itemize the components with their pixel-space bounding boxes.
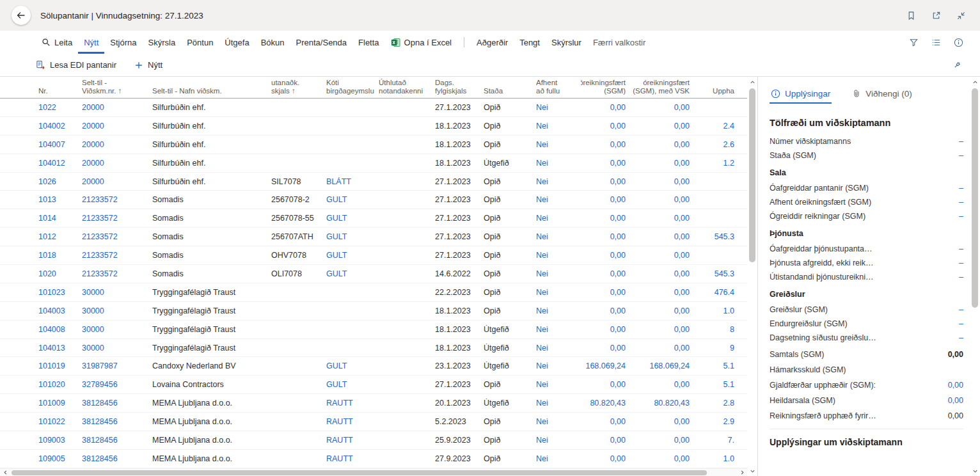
menu-item-tengt[interactable]: Tengt [514,31,546,54]
column-header-ext_doc[interactable]: utanaðk.skjals ↑ [271,77,326,98]
table-row[interactable]: 10400720000Silfurbúðin ehf.18.1.2023Opið… [0,136,747,154]
cell-unbilled_vat[interactable]: 0,00 [631,159,695,168]
cell-nr[interactable]: 1013 [38,195,82,204]
cell-nr[interactable]: 109005 [38,454,82,463]
cell-unbilled_vat[interactable]: 168.069,24 [631,361,695,370]
cell-nr[interactable]: 104008 [38,325,82,334]
factbox-field-value[interactable]: 0,00 [948,380,963,390]
cell-unbilled[interactable]: 0,00 [581,344,631,353]
cell-cust_no[interactable]: 21233572 [82,251,152,260]
table-row[interactable]: 10102238128456MEMA Ljubljana d.o.o.RAUTT… [0,413,747,431]
filter-button[interactable] [909,38,919,47]
cell-unbilled[interactable]: 0,00 [581,306,631,315]
column-header-cust_no[interactable]: Selt-til -Viðskm.nr. ↑ [82,77,152,98]
cell-nr[interactable]: 109003 [38,436,82,445]
cell-unbilled[interactable]: 0,00 [581,325,631,334]
open-in-new-window-button[interactable] [931,11,941,20]
factbox-scroll-up-icon[interactable] [972,77,978,87]
cell-unbilled_vat[interactable]: 0,00 [631,214,695,223]
cell-cust_no[interactable]: 32789456 [82,380,152,389]
cell-unbilled[interactable]: 0,00 [581,177,631,186]
factbox-field-value[interactable]: – [959,211,963,221]
cell-cust_no[interactable]: 31987987 [82,361,152,370]
cell-nr[interactable]: 1012 [38,232,82,241]
cell-amount[interactable]: 545.3 [695,269,739,278]
collapse-button[interactable] [956,11,966,20]
cell-unbilled[interactable]: 0,00 [581,195,631,204]
cell-unbilled[interactable]: 0,00 [581,251,631,260]
bookmark-button[interactable] [906,11,916,20]
cell-ship_complete[interactable]: Nei [536,214,581,223]
cell-koti[interactable]: BLÁTT [326,177,379,186]
menu-item-skýrsla[interactable]: Skýrsla [143,31,182,54]
cell-nr[interactable]: 104012 [38,159,82,168]
cell-cust_no[interactable]: 21233572 [82,269,152,278]
factbox-field-value[interactable]: – [959,272,963,282]
cell-ship_complete[interactable]: Nei [536,103,581,112]
cell-unbilled_vat[interactable]: 0,00 [631,122,695,131]
cell-unbilled[interactable]: 0,00 [581,103,631,112]
cell-amount[interactable]: 1.0 [695,454,739,463]
list-view-button[interactable] [931,38,941,47]
cell-nr[interactable]: 1014 [38,214,82,223]
cell-cust_no[interactable]: 20000 [82,103,152,112]
cell-koti[interactable]: GULT [326,361,379,370]
table-row[interactable]: 101421233572Somadis2567078-55GULT27.1.20… [0,209,747,228]
column-header-unbilled[interactable]: óreikningsfært(SGM) [581,77,631,98]
cell-unbilled_vat[interactable]: 0,00 [631,140,695,149]
cell-koti[interactable]: GULT [326,232,379,241]
table-row[interactable]: 10100938128456MEMA Ljubljana d.o.o.RAUTT… [0,394,747,413]
cell-ship_complete[interactable]: Nei [536,195,581,204]
grid-scroll-thumb[interactable] [749,88,755,262]
table-row[interactable]: 102620000Silfurbúðin ehf.SIL7078BLÁTT27.… [0,173,747,191]
column-header-unbilled_vat[interactable]: óreikningsfært(SGM), með VSK [631,77,695,98]
menu-item-fletta[interactable]: Fletta [352,31,385,54]
cell-koti[interactable]: GULT [326,380,379,389]
cell-unbilled[interactable]: 168.069,24 [581,361,631,370]
column-header-cust_name[interactable]: Selt-til - Nafn viðskm. [152,77,271,98]
table-row[interactable]: 10400220000Silfurbúðin ehf.18.1.2023Opið… [0,117,747,136]
cell-koti[interactable]: RAUTT [326,436,379,445]
cell-amount[interactable]: 2.4 [695,122,739,131]
cell-cust_no[interactable]: 38128456 [82,436,152,445]
cell-nr[interactable]: 101020 [38,380,82,389]
menu-item-bókun[interactable]: Bókun [255,31,290,54]
cell-unbilled[interactable]: 0,00 [581,288,631,297]
cell-nr[interactable]: 1018 [38,251,82,260]
menu-item-stjórna[interactable]: Stjórna [104,31,142,54]
cell-koti[interactable]: RAUTT [326,417,379,426]
cell-unbilled_vat[interactable]: 0,00 [631,417,695,426]
cell-cust_no[interactable]: 20000 [82,159,152,168]
cell-nr[interactable]: 1022 [38,103,82,112]
scroll-left-icon[interactable] [0,470,10,475]
factbox-tab-viðhengi-0[interactable]: Viðhengi (0) [851,84,913,104]
table-row[interactable]: 101221233572Somadis256707ATHGULT27.1.202… [0,228,747,246]
cell-unbilled_vat[interactable]: 0,00 [631,195,695,204]
cell-cust_no[interactable]: 30000 [82,306,152,315]
details-panel-button[interactable] [954,38,963,47]
menu-item-prenta-senda[interactable]: Prenta/Senda [290,31,353,54]
table-row[interactable]: 101821233572SomadisOHV7078GULT27.1.2023O… [0,246,747,265]
cell-unbilled[interactable]: 0,00 [581,140,631,149]
factbox-scrollbar[interactable] [970,77,980,476]
scroll-up-icon[interactable] [750,77,755,87]
cell-unbilled[interactable]: 0,00 [581,436,631,445]
table-row[interactable]: 10101931987987Candoxy Nederland BVGULT23… [0,357,747,376]
cell-amount[interactable]: 7. [695,436,739,445]
cell-ship_complete[interactable]: Nei [536,454,581,463]
factbox-scroll-thumb[interactable] [972,88,978,308]
menu-item-leita[interactable]: Leita [36,31,78,54]
cell-amount[interactable]: 2.9 [695,417,739,426]
cell-nr[interactable]: 1026 [38,177,82,186]
cell-koti[interactable]: RAUTT [326,399,379,408]
cell-cust_no[interactable]: 30000 [82,344,152,353]
factbox-field-value[interactable]: – [959,197,963,207]
cell-ship_complete[interactable]: Nei [536,306,581,315]
menu-item-færri-valkostir[interactable]: Færri valkostir [587,31,651,54]
factbox-field-value[interactable]: 0,00 [948,395,963,406]
cell-amount[interactable]: 1.2 [695,159,739,168]
cell-koti[interactable]: GULT [326,195,379,204]
cell-cust_no[interactable]: 20000 [82,122,152,131]
back-button[interactable] [12,6,31,25]
cell-amount[interactable]: 2.8 [695,399,739,408]
